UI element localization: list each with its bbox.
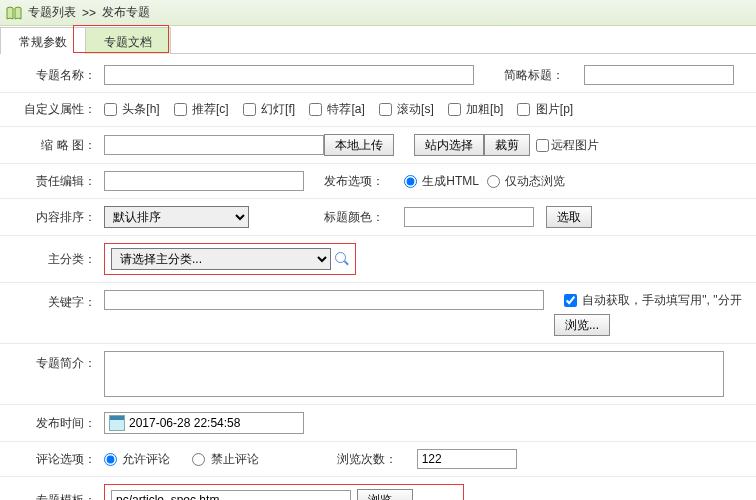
chk-image[interactable] [517, 103, 530, 116]
form: 专题名称： 简略标题： 自定义属性： 头条[h] 推荐[c] 幻灯[f] 特荐[… [0, 54, 756, 500]
input-name[interactable] [104, 65, 474, 85]
label-viewcount: 浏览次数： [337, 451, 417, 468]
label-intro: 专题简介： [4, 351, 104, 372]
select-sort[interactable]: 默认排序 [104, 206, 249, 228]
radio-allow-comment[interactable] [104, 453, 117, 466]
label-short-title: 简略标题： [504, 67, 584, 84]
label-main-cat: 主分类： [4, 251, 104, 268]
btn-pick-color[interactable]: 选取 [546, 206, 592, 228]
tab-general[interactable]: 常规参数 [0, 27, 86, 54]
highlight-template: 浏览... [104, 484, 464, 500]
label-publish-opt: 发布选项： [324, 173, 404, 190]
input-editor[interactable] [104, 171, 304, 191]
btn-crop[interactable]: 裁剪 [484, 134, 530, 156]
attr-group: 头条[h] 推荐[c] 幻灯[f] 特荐[a] 滚动[s] 加粗[b] 图片[p… [104, 101, 752, 118]
label-custom-attr: 自定义属性： [4, 101, 104, 118]
lbl-dynamic: 仅动态浏览 [505, 174, 565, 188]
input-title-color[interactable] [404, 207, 534, 227]
chk-bold[interactable] [448, 103, 461, 116]
label-name: 专题名称： [4, 67, 104, 84]
header: 专题列表 >> 发布专题 [0, 0, 756, 26]
lbl-bold: 加粗[b] [466, 102, 503, 116]
lbl-scroll: 滚动[s] [397, 102, 434, 116]
input-pubtime[interactable] [129, 414, 289, 432]
breadcrumb-sep: >> [82, 6, 96, 20]
label-title-color: 标题颜色： [324, 209, 404, 226]
label-editor: 责任编辑： [4, 173, 104, 190]
lbl-gen-html: 生成HTML [422, 174, 479, 188]
label-template: 专题模板： [4, 492, 104, 501]
select-main-cat[interactable]: 请选择主分类... [111, 248, 331, 270]
radio-dynamic[interactable] [487, 175, 500, 188]
lbl-headline: 头条[h] [122, 102, 159, 116]
radio-forbid-comment[interactable] [192, 453, 205, 466]
label-comment: 评论选项： [4, 451, 104, 468]
input-keywords[interactable] [104, 290, 544, 310]
breadcrumb-root[interactable]: 专题列表 [28, 4, 76, 21]
input-thumb[interactable] [104, 135, 324, 155]
label-sort: 内容排序： [4, 209, 104, 226]
chk-recommend[interactable] [174, 103, 187, 116]
btn-site-select[interactable]: 站内选择 [414, 134, 484, 156]
book-icon [6, 6, 22, 20]
radio-gen-html[interactable] [404, 175, 417, 188]
tabs: 常规参数 专题文档 [0, 26, 756, 54]
chk-headline[interactable] [104, 103, 117, 116]
label-keywords: 关键字： [4, 290, 104, 311]
btn-browse-template[interactable]: 浏览... [357, 489, 413, 500]
highlight-main-cat: 请选择主分类... [104, 243, 356, 275]
label-thumb: 缩 略 图： [4, 137, 104, 154]
lbl-allow-comment: 允许评论 [122, 452, 170, 466]
lbl-remote: 远程图片 [551, 137, 599, 154]
btn-local-upload[interactable]: 本地上传 [324, 134, 394, 156]
label-pubtime: 发布时间： [4, 415, 104, 432]
input-viewcount[interactable] [417, 449, 517, 469]
input-short-title[interactable] [584, 65, 734, 85]
chk-scroll[interactable] [379, 103, 392, 116]
btn-browse-keywords[interactable]: 浏览... [554, 314, 610, 336]
tab-docs[interactable]: 专题文档 [85, 27, 171, 54]
chk-slide[interactable] [243, 103, 256, 116]
calendar-icon[interactable] [109, 415, 125, 431]
input-template[interactable] [111, 490, 351, 500]
lbl-recommend: 推荐[c] [192, 102, 229, 116]
lbl-image: 图片[p] [536, 102, 573, 116]
lbl-auto-keywords: 自动获取，手动填写用", "分开 [582, 293, 741, 307]
chk-remote[interactable] [536, 139, 549, 152]
chk-auto-keywords[interactable] [564, 294, 577, 307]
breadcrumb-current: 发布专题 [102, 4, 150, 21]
chk-special[interactable] [309, 103, 322, 116]
lbl-special: 特荐[a] [327, 102, 364, 116]
search-icon[interactable] [335, 252, 349, 266]
textarea-intro[interactable] [104, 351, 724, 397]
lbl-slide: 幻灯[f] [261, 102, 295, 116]
lbl-forbid-comment: 禁止评论 [211, 452, 259, 466]
